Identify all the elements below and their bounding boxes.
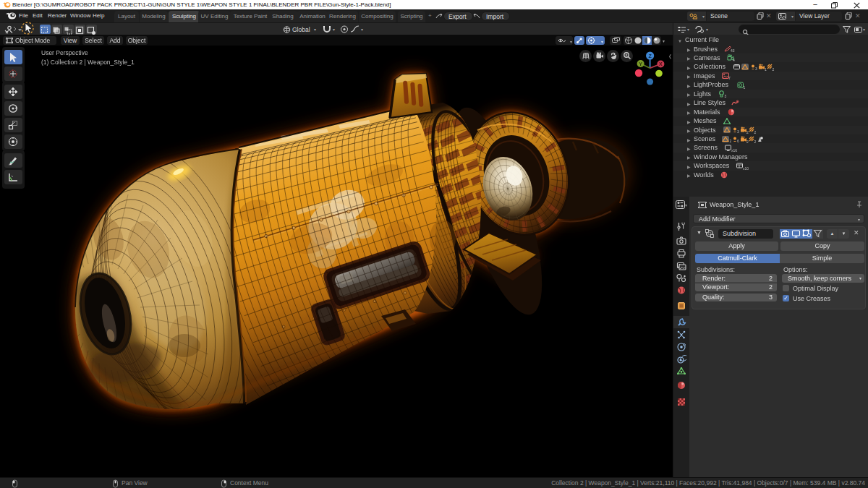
svg-text:3: 3 bbox=[737, 129, 739, 134]
svg-text:2: 2 bbox=[746, 139, 749, 143]
svg-text:2: 2 bbox=[746, 130, 749, 134]
svg-text:3: 3 bbox=[725, 94, 727, 98]
svg-text:4: 4 bbox=[733, 58, 735, 62]
svg-text:x10: x10 bbox=[743, 166, 749, 170]
svg-text:X: X bbox=[659, 61, 663, 67]
svg-text:1: 1 bbox=[765, 67, 767, 71]
svg-text:7: 7 bbox=[728, 76, 731, 80]
svg-text:43: 43 bbox=[731, 48, 735, 53]
svg-text:6: 6 bbox=[737, 139, 739, 143]
svg-text:Z: Z bbox=[648, 53, 652, 59]
svg-text:Y: Y bbox=[639, 61, 642, 67]
svg-text:2: 2 bbox=[754, 130, 757, 134]
svg-text:x16: x16 bbox=[731, 147, 737, 152]
svg-text:2: 2 bbox=[773, 67, 775, 71]
svg-text:3: 3 bbox=[755, 67, 757, 71]
svg-text:1: 1 bbox=[744, 85, 746, 89]
svg-text:2: 2 bbox=[730, 139, 732, 143]
svg-text:2: 2 bbox=[754, 139, 757, 143]
